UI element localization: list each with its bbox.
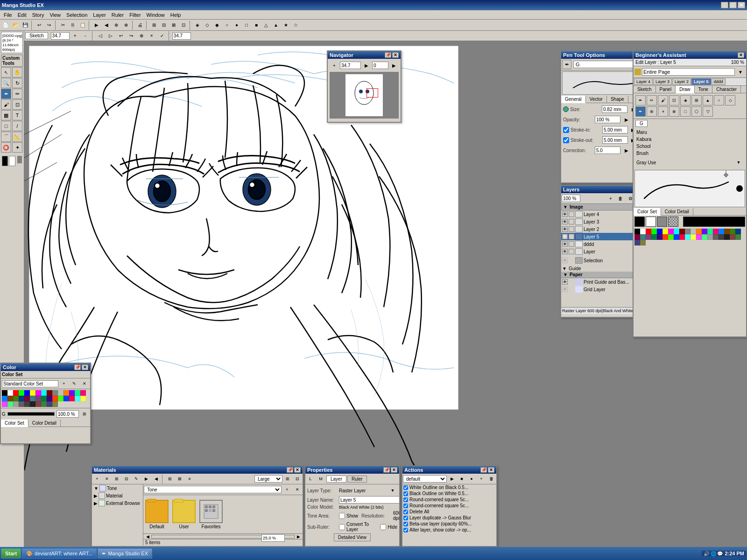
color-swatch-#ff8000[interactable] xyxy=(696,229,702,234)
tab-color-detail[interactable]: Color Detail xyxy=(661,208,693,215)
mat-nav-material[interactable]: ▶ Material xyxy=(92,492,143,499)
stroke-in-input[interactable] xyxy=(602,126,628,133)
tab-vector[interactable]: Vector xyxy=(586,96,607,103)
copy-btn[interactable]: ⎘ xyxy=(68,21,78,30)
tab-cp-color-set[interactable]: Color Set xyxy=(1,420,28,427)
action-item-3[interactable]: Round-cornered square 5c... xyxy=(402,503,496,509)
act-new[interactable]: + xyxy=(477,474,486,483)
color-swatch-#004080[interactable] xyxy=(735,229,741,234)
zoom-out[interactable]: - xyxy=(81,31,90,41)
prop-name-input[interactable] xyxy=(339,496,399,504)
menu-ruler[interactable]: Ruler xyxy=(109,11,127,19)
tone-dropdown[interactable]: Tone xyxy=(144,486,282,493)
new-btn[interactable]: 📄 xyxy=(1,21,10,30)
color-swatch-#ffff00[interactable] xyxy=(662,229,668,234)
asst-layer-5[interactable]: Layer 5 xyxy=(691,78,711,85)
asst-dddd[interactable]: dddd xyxy=(712,78,726,85)
cut-btn[interactable]: ✂ xyxy=(58,21,68,30)
g-slider[interactable] xyxy=(7,412,55,416)
draw-tool-11[interactable]: ⊛ xyxy=(647,106,657,117)
mat-tb6[interactable]: ▶ xyxy=(141,474,151,483)
menu-view[interactable]: View xyxy=(47,11,63,19)
draw-tool-3[interactable]: 🖌 xyxy=(658,95,668,105)
draw-tool-9[interactable]: ◇ xyxy=(725,95,735,105)
cp-color-swatch[interactable] xyxy=(47,401,52,407)
action-cb-5[interactable] xyxy=(403,516,408,520)
open-btn[interactable]: 📂 xyxy=(11,21,20,30)
draw-tool-10[interactable]: ✒ xyxy=(635,106,646,117)
tool-btn6[interactable]: □ xyxy=(242,21,251,30)
color-set-name[interactable]: Standard Color Set xyxy=(2,380,58,387)
delete-layer-btn[interactable]: 🗑 xyxy=(616,194,625,203)
color-swatch-#408040[interactable] xyxy=(735,234,741,240)
black-swatch[interactable] xyxy=(634,217,645,227)
tab-cp-color-detail[interactable]: Color Detail xyxy=(28,420,61,427)
white-swatch[interactable] xyxy=(646,217,656,227)
shape-tool[interactable]: □ xyxy=(1,121,11,131)
color-swatch-#408080[interactable] xyxy=(640,234,646,240)
tab-shape[interactable]: Shape xyxy=(607,96,628,103)
tb1[interactable]: ▶ xyxy=(92,21,101,30)
cp-color-swatch[interactable] xyxy=(63,390,69,396)
fill-tool[interactable]: ▩ xyxy=(1,110,11,120)
kabura-item[interactable]: Kabura xyxy=(634,136,745,143)
prop-pin[interactable]: 📌 xyxy=(383,467,390,473)
lasso-tool[interactable]: ⭕ xyxy=(1,142,11,153)
cp-color-swatch[interactable] xyxy=(24,396,30,401)
canvas-zoom2[interactable]: 34.7 xyxy=(172,32,191,40)
action-item-7[interactable]: Alter layer, show color -> op... xyxy=(402,527,496,533)
prop-tone-cb[interactable] xyxy=(339,513,345,519)
tb3[interactable]: ⊕ xyxy=(112,21,121,30)
menu-edit[interactable]: Edit xyxy=(15,11,29,19)
tab-character[interactable]: Character xyxy=(712,86,741,93)
nav-arrow-right2[interactable]: ▶ xyxy=(389,61,399,70)
start-button[interactable]: Start xyxy=(1,548,21,559)
action-item-0[interactable]: White Outline on Black 0.5... xyxy=(402,484,496,490)
opacity-expand[interactable]: ▶ xyxy=(622,115,631,124)
nav-rotate-input[interactable] xyxy=(372,62,388,69)
cs-btn2[interactable]: ✎ xyxy=(70,379,79,388)
color-swatch-#ffff40[interactable] xyxy=(691,234,696,240)
color-swatch-#00ff80[interactable] xyxy=(707,229,713,234)
cp-color-swatch[interactable] xyxy=(7,390,13,396)
prop-sr-cb[interactable] xyxy=(339,524,345,530)
color-swatch-#404040[interactable] xyxy=(719,234,724,240)
view1[interactable]: ⊞ xyxy=(149,21,159,30)
trans-swatch[interactable] xyxy=(668,217,678,227)
tab-sketch[interactable]: Sketch xyxy=(634,86,656,93)
draw-tool-16[interactable]: ▽ xyxy=(703,106,713,117)
tool-btn11[interactable]: ☆ xyxy=(291,21,300,30)
color-swatch-#00ff00[interactable] xyxy=(651,229,657,234)
mat-tb7[interactable]: ◀ xyxy=(151,474,161,483)
mat-scroll-left[interactable]: ◀ xyxy=(144,534,151,539)
canvas-tb2[interactable]: ▷ xyxy=(106,31,115,41)
action-cb-6[interactable] xyxy=(403,522,408,526)
color-swatch-#408000[interactable] xyxy=(730,229,735,234)
color-swatch-#0040ff[interactable] xyxy=(674,234,679,240)
mat-tb1[interactable]: + xyxy=(92,474,102,483)
zoom-tool[interactable]: 🔍 xyxy=(1,78,11,88)
color-pin[interactable]: 📌 xyxy=(74,364,81,370)
view3[interactable]: ⊠ xyxy=(169,21,178,30)
rotate-tool[interactable]: ↻ xyxy=(12,78,22,88)
cp-color-swatch[interactable] xyxy=(80,390,86,396)
action-item-2[interactable]: Round-cornered square 5c... xyxy=(402,497,496,503)
opacity-input[interactable] xyxy=(595,116,620,123)
gray-swatch[interactable] xyxy=(657,217,667,227)
color-close[interactable]: ✕ xyxy=(82,364,88,370)
mat-item-user[interactable]: User xyxy=(172,500,196,529)
prop-close[interactable]: ✕ xyxy=(391,467,397,473)
cp-color-swatch[interactable] xyxy=(75,396,80,401)
color-swatch-#202020[interactable] xyxy=(724,234,730,240)
draw-tool-7[interactable]: ▲ xyxy=(703,95,713,105)
nav-arrow-right[interactable]: ▶ xyxy=(362,61,371,70)
color-swatch-#606060[interactable] xyxy=(713,234,719,240)
mat-nav-external[interactable]: ▶ External Browse xyxy=(92,499,143,507)
color-swatch-#808040[interactable] xyxy=(640,240,646,245)
cp-color-swatch[interactable] xyxy=(30,396,35,401)
mat-tb10[interactable]: ≡ xyxy=(185,474,194,483)
g-expand[interactable]: ⊞ xyxy=(80,409,89,419)
color-swatch-#ff0040[interactable] xyxy=(679,234,685,240)
brush-tool[interactable]: 🖌 xyxy=(1,99,11,110)
cs-btn3[interactable]: ✕ xyxy=(80,379,89,388)
